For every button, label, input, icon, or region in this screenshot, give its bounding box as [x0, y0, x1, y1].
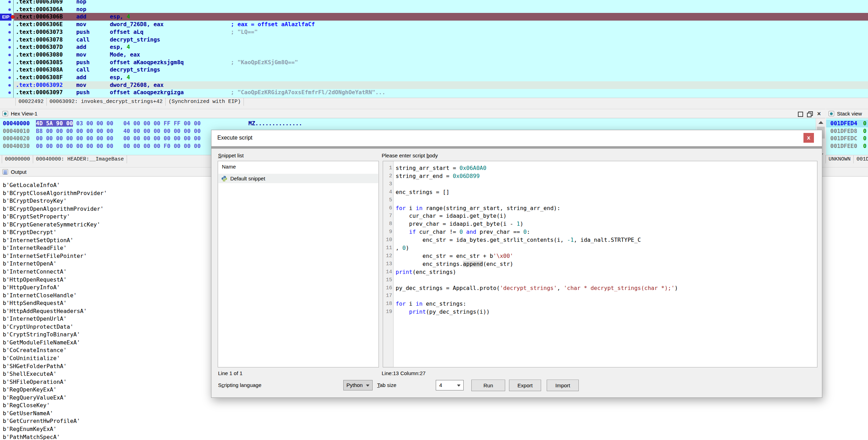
language-select[interactable]: Python — [343, 380, 373, 390]
dialog-close-icon[interactable]: x — [803, 133, 814, 143]
snippet-column-header: Name — [222, 164, 236, 170]
output-icon — [2, 169, 8, 174]
code-line[interactable]: 6for i in range(string_arr_start, string… — [383, 204, 817, 212]
disasm-row[interactable]: .text:00063080 mov Mode, eax — [0, 51, 868, 59]
code-line[interactable]: 8 prev_char = idaapi.get_byte(i - 1) — [383, 220, 817, 228]
code-line[interactable]: 2string_arr_end = 0x06D899 — [383, 172, 817, 180]
stack-row[interactable]: 001DFED40 — [826, 120, 868, 127]
disasm-row[interactable]: .text:00063097 push offset aCaoqpezkrgiz… — [0, 89, 868, 96]
hex-view-titlebar[interactable]: Hex View-1 × — [0, 109, 825, 118]
code-line[interactable]: 13 enc_strings.append(enc_str) — [383, 260, 817, 268]
stack-view-icon — [829, 111, 834, 116]
stack-view-statusbar: UNKNOWN001DF — [825, 155, 868, 163]
instruction-dot-icon[interactable] — [8, 61, 11, 64]
snippet-item-label: Default snippet — [230, 176, 265, 181]
instruction-dot-icon[interactable] — [8, 69, 11, 71]
tab-size-label: Tab size — [377, 382, 396, 388]
instruction-dot-icon[interactable] — [8, 91, 11, 94]
instruction-dot-icon[interactable] — [8, 54, 11, 56]
disasm-row[interactable]: .text:00063078 call decrypt_strings — [0, 36, 868, 44]
code-line[interactable]: 3 — [383, 180, 817, 188]
float-window-icon[interactable] — [807, 111, 813, 117]
tab-size-value: 4 — [439, 382, 442, 388]
output-line: b'GetUserNameA' — [3, 410, 868, 418]
scripting-language-label: Scripting language — [218, 382, 261, 388]
code-line[interactable]: 7 cur_char = idaapi.get_byte(i) — [383, 212, 817, 220]
tab-size-select[interactable]: 4 — [436, 380, 464, 390]
language-value: Python — [346, 382, 363, 388]
instruction-dot-icon[interactable] — [8, 76, 11, 79]
code-line[interactable]: 10 enc_str = ida_bytes.get_strlit_conten… — [383, 236, 817, 244]
output-line: b'RegCloseKey' — [3, 402, 868, 410]
script-body-label: Please enter script body — [382, 152, 438, 158]
disasm-row[interactable]: .text:0006306B add esp, 4 — [0, 13, 868, 21]
code-line[interactable]: 5 — [383, 196, 817, 204]
hex-row[interactable]: 000400004D 5A 90 00 03 00 00 00 04 00 00… — [0, 120, 816, 127]
instruction-dot-icon[interactable] — [8, 8, 11, 11]
stack-view-titlebar[interactable]: Stack view — [826, 109, 868, 118]
disasm-row[interactable]: .text:0006308A call decrypt_strings — [0, 66, 868, 74]
breakpoint-dot-icon[interactable] — [11, 15, 15, 19]
output-line: b'PathMatchSpecA' — [3, 433, 868, 440]
chevron-down-icon — [366, 385, 369, 387]
dialog-title-separator — [211, 146, 822, 149]
python-icon — [221, 176, 227, 182]
stack-row[interactable]: 001DFEE00 — [826, 142, 868, 150]
disasm-row[interactable]: .text:0006306E mov dword_726D8, eax ; ea… — [0, 21, 868, 28]
disassembly-statusbar: 0002249200063092: invokes_decrypt_string… — [0, 98, 868, 106]
instruction-dot-icon[interactable] — [8, 1, 11, 3]
status-cell: (Synchronized with EIP) — [166, 98, 244, 106]
stack-rows[interactable]: 001DFED40001DFED80001DFEDC0001DFEE00 — [826, 118, 868, 159]
disasm-row[interactable]: .text:00063069 nop — [0, 0, 868, 6]
execute-script-dialog: Execute script x Snippet list Please ent… — [211, 130, 822, 398]
code-line[interactable]: 16py_dec_strings = Appcall.proto('decryp… — [383, 284, 817, 292]
close-icon[interactable]: × — [816, 111, 822, 117]
disasm-row[interactable]: .text:00063073 push offset aLq ; "LQ==" — [0, 28, 868, 36]
code-line[interactable]: 14print(enc_strings) — [383, 268, 817, 276]
stack-view-title: Stack view — [837, 111, 862, 117]
code-line[interactable]: 15 — [383, 276, 817, 284]
snippet-list-item[interactable]: Default snippet — [218, 174, 378, 183]
code-line[interactable]: 9 if cur_char != 0 and prev_char == 0: — [383, 228, 817, 236]
disasm-row[interactable]: .text:0006308F add esp, 4 — [0, 74, 868, 81]
code-line[interactable]: 18for i in enc_strings: — [383, 300, 817, 308]
eip-badge: EIP — [0, 14, 12, 21]
code-line[interactable]: 4enc_strings = [] — [383, 188, 817, 196]
scroll-up-icon[interactable] — [818, 121, 823, 124]
status-cell: 00000000 — [2, 155, 33, 163]
dialog-title: Execute script — [217, 135, 252, 141]
import-button[interactable]: Import — [547, 380, 579, 391]
stack-row[interactable]: 001DFEDC0 — [826, 135, 868, 142]
code-line[interactable]: 12 enc_str = enc_str + b'\x00' — [383, 252, 817, 260]
maximize-icon[interactable] — [797, 111, 803, 117]
disasm-row[interactable]: .text:0006306A nop — [0, 6, 868, 13]
status-cell: 00040000: HEADER:__ImageBase — [33, 155, 127, 163]
chevron-down-icon — [457, 385, 461, 387]
script-editor[interactable]: 1string_arr_start = 0x06A0A02string_arr_… — [383, 161, 817, 367]
code-line[interactable]: 11, 0) — [383, 244, 817, 252]
instruction-dot-icon[interactable] — [8, 46, 11, 49]
disassembly-pane[interactable]: .text:00063069 nop.text:0006306A nop.tex… — [0, 0, 868, 98]
output-line: b'RegEnumKeyExA' — [3, 425, 868, 433]
status-cell: 001DF — [854, 155, 868, 163]
code-line[interactable]: 1string_arr_start = 0x06A0A0 — [383, 164, 817, 172]
status-cell: UNKNOWN — [825, 155, 854, 163]
stack-row[interactable]: 001DFED80 — [826, 127, 868, 135]
disasm-row[interactable]: .text:00063085 push offset aKaoqpezksjgm… — [0, 59, 868, 66]
instruction-dot-icon[interactable] — [8, 31, 11, 33]
disasm-row[interactable]: .text:00063092 mov dword_72608, eax — [0, 81, 868, 89]
instruction-dot-icon[interactable] — [8, 84, 11, 87]
instruction-dot-icon[interactable] — [8, 39, 11, 41]
code-line[interactable]: 19 print(py_dec_strings(i)) — [383, 308, 817, 316]
dialog-titlebar[interactable]: Execute script x — [211, 130, 822, 146]
status-cell: 00022492 — [15, 98, 47, 106]
hex-view-title: Hex View-1 — [11, 111, 37, 117]
run-button[interactable]: Run — [471, 380, 505, 391]
snippet-list[interactable]: Name Default snippet — [218, 161, 379, 367]
code-line[interactable]: 17 — [383, 292, 817, 300]
editor-caret-status: Line:13 Column:27 — [382, 370, 426, 376]
output-title: Output — [11, 169, 27, 175]
disasm-row[interactable]: .text:0006307D add esp, 4 — [0, 43, 868, 51]
export-button[interactable]: Export — [509, 380, 541, 391]
instruction-dot-icon[interactable] — [8, 23, 11, 26]
